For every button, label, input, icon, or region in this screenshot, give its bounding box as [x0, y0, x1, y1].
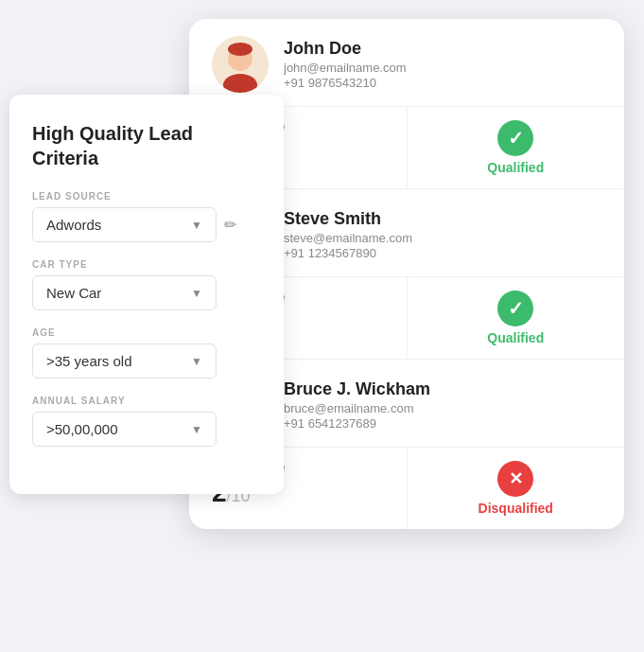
- lead-phone-1: +91 1234567890: [284, 246, 601, 260]
- annual-salary-select[interactable]: >50,00,000 ▼: [32, 412, 217, 447]
- car-type-value: New Car: [46, 285, 101, 301]
- field-car-type: CAR TYPE New Car ▼: [32, 259, 261, 310]
- chevron-down-icon: ▼: [191, 423, 202, 436]
- chevron-down-icon: ▼: [191, 355, 202, 368]
- field-annual-salary: ANNUAL SALARY >50,00,000 ▼: [32, 396, 261, 447]
- chevron-down-icon: ▼: [191, 219, 202, 232]
- lead-name-1: Steve Smith: [284, 209, 601, 229]
- panel-title: High Quality Lead Criteria: [32, 121, 261, 170]
- cross-circle-icon-2: [497, 461, 533, 497]
- lead-info-2: Bruce J. Wickham bruce@emailname.com +91…: [284, 379, 601, 431]
- check-circle-icon-1: [497, 291, 533, 326]
- lead-phone-0: +91 9876543210: [284, 76, 601, 90]
- lead-source-label: LEAD SOURCE: [32, 191, 261, 202]
- age-value: >35 years old: [46, 353, 131, 369]
- lead-email-1: steve@emailname.com: [284, 231, 601, 245]
- check-circle-icon-0: [497, 120, 533, 156]
- lead-name-0: John Doe: [284, 39, 601, 59]
- lead-phone-2: +91 6541237689: [284, 416, 601, 431]
- chevron-down-icon: ▼: [191, 287, 202, 300]
- age-label: AGE: [32, 327, 261, 338]
- field-age: AGE >35 years old ▼: [32, 327, 261, 379]
- avatar-0: [212, 36, 269, 93]
- qualification-1: Qualified: [408, 277, 625, 359]
- lead-name-2: Bruce J. Wickham: [284, 379, 601, 399]
- qualification-2: Disqualified: [408, 448, 625, 529]
- lead-source-select[interactable]: Adwords ▼: [32, 207, 217, 242]
- lead-email-2: bruce@emailname.com: [284, 401, 601, 415]
- age-select[interactable]: >35 years old ▼: [32, 344, 217, 379]
- qual-label-0: Qualified: [487, 160, 544, 175]
- car-type-select[interactable]: New Car ▼: [32, 275, 217, 310]
- edit-icon[interactable]: ✏: [224, 216, 236, 234]
- car-type-label: CAR TYPE: [32, 259, 261, 270]
- field-lead-source: LEAD SOURCE Adwords ▼ ✏: [32, 191, 261, 242]
- annual-salary-value: >50,00,000: [46, 421, 118, 437]
- lead-info-1: Steve Smith steve@emailname.com +91 1234…: [284, 209, 601, 260]
- main-container: High Quality Lead Criteria LEAD SOURCE A…: [0, 0, 644, 652]
- qual-label-1: Qualified: [487, 330, 544, 345]
- qualification-0: Qualified: [408, 107, 625, 188]
- qual-label-2: Disqualified: [479, 501, 553, 516]
- annual-salary-label: ANNUAL SALARY: [32, 396, 261, 406]
- lead-email-0: john@emailname.com: [284, 61, 601, 75]
- criteria-panel: High Quality Lead Criteria LEAD SOURCE A…: [9, 95, 284, 494]
- lead-source-value: Adwords: [46, 217, 101, 233]
- lead-info-0: John Doe john@emailname.com +91 98765432…: [284, 39, 601, 90]
- svg-point-3: [228, 43, 252, 56]
